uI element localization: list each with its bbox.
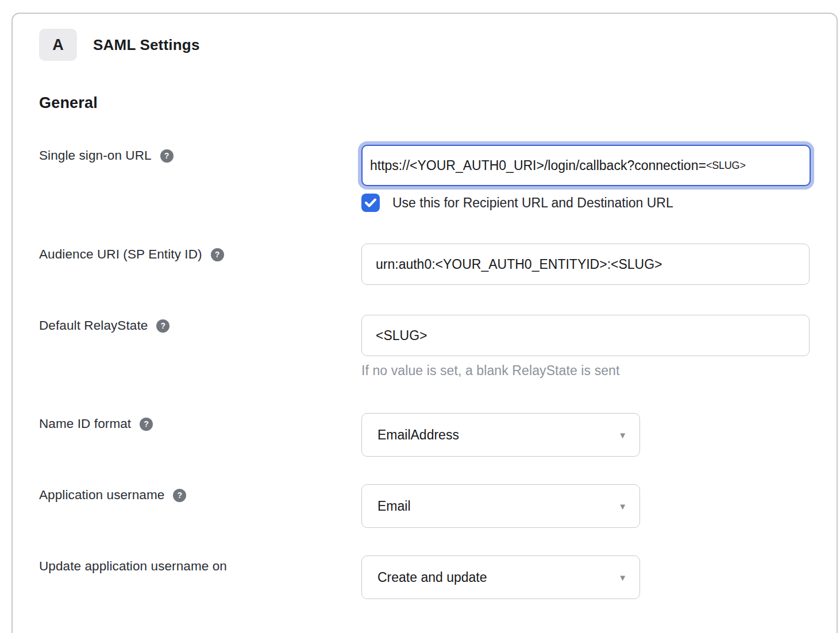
- application-username-row: Application username ? Email ▼: [39, 484, 837, 528]
- application-username-label-wrap: Application username ?: [39, 484, 361, 503]
- general-heading: General: [39, 94, 837, 112]
- default-relaystate-label: Default RelayState: [39, 318, 148, 333]
- update-app-username-label: Update application username on: [39, 559, 227, 574]
- audience-uri-label-wrap: Audience URI (SP Entity ID) ?: [39, 244, 361, 262]
- help-icon[interactable]: ?: [156, 319, 169, 333]
- name-id-format-row: Name ID format ? EmailAddress ▼: [39, 413, 837, 457]
- help-icon[interactable]: ?: [211, 248, 224, 261]
- help-icon[interactable]: ?: [140, 418, 153, 431]
- name-id-format-select[interactable]: EmailAddress ▼: [361, 413, 640, 457]
- sso-url-value: https://<YOUR_AUTH0_URI>/login/callback?…: [370, 158, 706, 173]
- default-relaystate-input[interactable]: <SLUG>: [361, 315, 810, 356]
- help-icon[interactable]: ?: [160, 149, 174, 163]
- sso-url-slug: <SLUG>: [706, 160, 746, 172]
- audience-uri-input[interactable]: urn:auth0:<YOUR_AUTH0_ENTITYID>:<SLUG>: [361, 244, 810, 285]
- name-id-format-label: Name ID format: [39, 416, 131, 431]
- update-app-username-row: Update application username on Create an…: [39, 555, 837, 599]
- panel-header: A SAML Settings: [39, 29, 837, 61]
- application-username-value: Email: [377, 499, 411, 514]
- recipient-url-checkbox-row: Use this for Recipient URL and Destinati…: [361, 194, 837, 212]
- chevron-down-icon: ▼: [618, 573, 627, 582]
- application-username-label: Application username: [39, 488, 164, 503]
- update-app-username-label-wrap: Update application username on: [39, 555, 361, 574]
- sso-url-label-wrap: Single sign-on URL ?: [39, 145, 361, 163]
- default-relaystate-row: Default RelayState ? <SLUG> If no value …: [39, 315, 837, 379]
- recipient-url-checkbox-label: Use this for Recipient URL and Destinati…: [392, 195, 673, 211]
- update-app-username-select[interactable]: Create and update ▼: [361, 555, 640, 599]
- chevron-down-icon: ▼: [618, 430, 627, 440]
- application-username-select[interactable]: Email ▼: [361, 484, 640, 528]
- help-icon[interactable]: ?: [173, 489, 186, 502]
- page-title: SAML Settings: [93, 36, 200, 54]
- audience-uri-label: Audience URI (SP Entity ID): [39, 247, 202, 262]
- update-app-username-value: Create and update: [377, 570, 487, 585]
- default-relaystate-label-wrap: Default RelayState ?: [39, 315, 361, 333]
- checkmark-icon: [365, 198, 376, 207]
- sso-url-row: Single sign-on URL ? https://<YOUR_AUTH0…: [39, 145, 837, 212]
- section-badge: A: [39, 29, 77, 61]
- recipient-url-checkbox[interactable]: [361, 194, 380, 212]
- sso-url-input[interactable]: https://<YOUR_AUTH0_URI>/login/callback?…: [361, 145, 811, 186]
- chevron-down-icon: ▼: [618, 501, 627, 511]
- sso-url-label: Single sign-on URL: [39, 148, 152, 163]
- audience-uri-row: Audience URI (SP Entity ID) ? urn:auth0:…: [39, 244, 837, 285]
- name-id-format-label-wrap: Name ID format ?: [39, 413, 361, 431]
- default-relaystate-value: <SLUG>: [376, 328, 427, 343]
- audience-uri-value: urn:auth0:<YOUR_AUTH0_ENTITYID>:<SLUG>: [376, 257, 662, 272]
- default-relaystate-helper: If no value is set, a blank RelayState i…: [361, 363, 837, 379]
- name-id-format-value: EmailAddress: [377, 427, 459, 443]
- saml-settings-panel: A SAML Settings General Single sign-on U…: [11, 13, 838, 633]
